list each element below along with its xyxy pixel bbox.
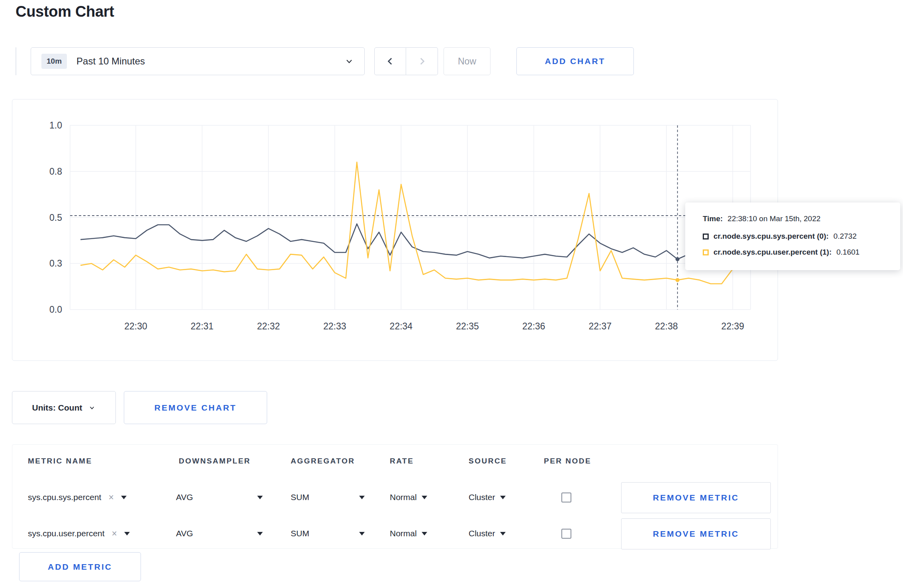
caret-down-icon [257, 496, 263, 499]
rate-select[interactable]: Normal [390, 479, 427, 516]
svg-text:22:32: 22:32 [257, 321, 280, 331]
timeframe-badge: 10m [41, 54, 67, 69]
source-select[interactable]: Cluster [469, 515, 506, 552]
svg-text:0.0: 0.0 [49, 304, 62, 315]
metric-row: sys.cpu.user.percent × AVG SUM Normal Cl… [12, 515, 778, 552]
col-header-rate: RATE [390, 457, 414, 465]
col-header-downsampler: DOWNSAMPLER [179, 457, 251, 465]
per-node-checkbox[interactable] [561, 529, 571, 539]
tooltip-series-row: cr.node.sys.cpu.sys.percent (0): 0.2732 [703, 232, 892, 241]
caret-down-icon [257, 532, 263, 535]
source-value: Cluster [469, 493, 495, 502]
remove-metric-button[interactable]: REMOVE METRIC [621, 482, 771, 513]
tooltip-series-value: 0.1601 [837, 248, 860, 257]
caret-down-icon [359, 532, 365, 535]
metric-name-select[interactable]: sys.cpu.user.percent × [28, 515, 130, 552]
svg-text:0.3: 0.3 [49, 258, 62, 269]
chevron-right-icon [417, 56, 427, 66]
per-node-checkbox[interactable] [561, 493, 571, 502]
chart-panel: 0.00.30.50.81.022:3022:3122:3222:3322:34… [12, 99, 778, 361]
per-node-cell [561, 479, 571, 516]
toolbar-divider [16, 47, 16, 75]
next-time-button[interactable] [406, 47, 438, 75]
remove-chart-button[interactable]: REMOVE CHART [124, 391, 267, 424]
downsampler-select[interactable]: AVG [176, 515, 263, 552]
rate-select[interactable]: Normal [390, 515, 427, 552]
series-sys-swatch-icon [703, 234, 709, 239]
downsampler-select[interactable]: AVG [176, 479, 263, 516]
metric-name-select[interactable]: sys.cpu.sys.percent × [28, 479, 127, 516]
caret-down-icon [124, 532, 130, 535]
tooltip-time-value: 22:38:10 on Mar 15th, 2022 [727, 214, 820, 223]
svg-text:22:35: 22:35 [456, 321, 479, 331]
tooltip-series-row: cr.node.sys.cpu.user.percent (1): 0.1601 [703, 248, 892, 257]
prev-time-button[interactable] [374, 47, 406, 75]
source-value: Cluster [469, 529, 495, 538]
svg-text:1.0: 1.0 [49, 120, 62, 130]
metric-row: sys.cpu.sys.percent × AVG SUM Normal Clu… [12, 479, 778, 516]
rate-value: Normal [390, 493, 417, 502]
chevron-down-icon [88, 404, 96, 411]
col-header-per-node: PER NODE [544, 457, 591, 465]
timeframe-dropdown[interactable]: 10m Past 10 Minutes [31, 47, 365, 75]
metric-name-value: sys.cpu.user.percent [28, 529, 105, 538]
col-header-source: SOURCE [469, 457, 507, 465]
units-label: Units: Count [32, 403, 82, 413]
svg-text:22:38: 22:38 [655, 321, 678, 331]
svg-text:22:31: 22:31 [191, 321, 214, 331]
add-metric-button[interactable]: ADD METRIC [19, 552, 141, 581]
add-chart-button[interactable]: ADD CHART [516, 47, 634, 75]
caret-down-icon [422, 532, 427, 535]
svg-text:0.5: 0.5 [49, 212, 62, 223]
svg-text:22:37: 22:37 [588, 321, 612, 331]
caret-down-icon [500, 532, 506, 535]
time-pager [374, 47, 438, 75]
tooltip-time: Time:22:38:10 on Mar 15th, 2022 [703, 214, 892, 223]
caret-down-icon [422, 496, 427, 499]
per-node-cell [561, 515, 571, 552]
tooltip-series-value: 0.2732 [833, 232, 856, 241]
svg-text:22:39: 22:39 [721, 321, 745, 331]
svg-text:22:36: 22:36 [522, 321, 545, 331]
svg-text:22:30: 22:30 [124, 321, 147, 331]
rate-value: Normal [390, 529, 417, 538]
page-title: Custom Chart [16, 3, 114, 20]
aggregator-value: SUM [291, 493, 309, 502]
svg-text:22:33: 22:33 [323, 321, 346, 331]
col-header-metric-name: METRIC NAME [28, 457, 92, 465]
metric-name-value: sys.cpu.sys.percent [28, 493, 101, 502]
chevron-down-icon [344, 56, 354, 66]
aggregator-select[interactable]: SUM [291, 515, 365, 552]
svg-text:22:34: 22:34 [390, 321, 413, 331]
remove-metric-button[interactable]: REMOVE METRIC [621, 518, 771, 549]
tooltip-series-name: cr.node.sys.cpu.sys.percent (0): [713, 232, 829, 241]
tooltip-time-label: Time: [703, 214, 723, 223]
chevron-left-icon [385, 56, 395, 66]
chart-canvas[interactable]: 0.00.30.50.81.022:3022:3122:3222:3322:34… [12, 99, 778, 361]
aggregator-value: SUM [291, 529, 309, 538]
source-select[interactable]: Cluster [469, 479, 506, 516]
now-button[interactable]: Now [444, 47, 491, 75]
downsampler-value: AVG [176, 529, 193, 538]
downsampler-value: AVG [176, 493, 193, 502]
tooltip-series-name: cr.node.sys.cpu.user.percent (1): [713, 248, 832, 257]
chart-tooltip: Time:22:38:10 on Mar 15th, 2022 cr.node.… [685, 202, 900, 270]
svg-text:0.8: 0.8 [49, 166, 62, 177]
series-user-swatch-icon [703, 249, 709, 255]
clear-metric-icon[interactable]: × [108, 492, 113, 503]
caret-down-icon [500, 496, 506, 499]
metrics-table: METRIC NAME DOWNSAMPLER AGGREGATOR RATE … [12, 444, 778, 549]
clear-metric-icon[interactable]: × [112, 528, 117, 539]
caret-down-icon [359, 496, 365, 499]
caret-down-icon [121, 496, 127, 499]
units-dropdown[interactable]: Units: Count [12, 391, 116, 424]
timeframe-label: Past 10 Minutes [76, 56, 145, 67]
custom-chart-page: Custom Chart 10m Past 10 Minutes Now ADD… [0, 0, 903, 588]
aggregator-select[interactable]: SUM [291, 479, 365, 516]
col-header-aggregator: AGGREGATOR [291, 457, 355, 465]
